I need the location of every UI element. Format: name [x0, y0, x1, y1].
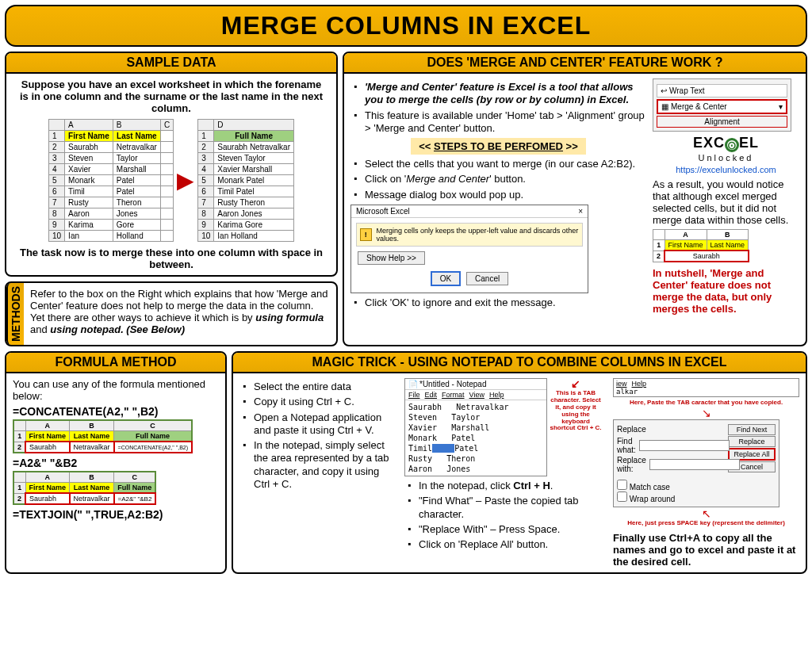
notepad-corner: iewHelp alkar: [613, 378, 799, 397]
arrow-icon: ↖: [613, 507, 799, 520]
brand-logo: EXC⊙EL Unlocked https://excelunlocked.co…: [653, 135, 799, 175]
wrap-checkbox[interactable]: [617, 491, 627, 502]
replace-dialog: Find Next Replace Replace All Cancel Rep…: [613, 419, 779, 507]
sample-data-panel: SAMPLE DATA Suppose you have an excel wo…: [5, 52, 338, 277]
notepad-window: 📄*Untitled - Notepad FileEditFormatViewH…: [404, 378, 547, 476]
menu-format[interactable]: Format: [442, 391, 465, 399]
steps-heading: << STEPS TO BE PERFOMED >>: [411, 138, 586, 155]
formula-header: FORMULA METHOD: [6, 353, 225, 373]
chevron-down-icon: ▾: [779, 102, 783, 111]
formula-2: =A2&" "&B2: [13, 457, 219, 469]
sample-header: SAMPLE DATA: [6, 53, 336, 74]
mc-bullet: 'Merge and Center' feature is Excel is a…: [354, 81, 646, 107]
dialog-message: Merging cells only keeps the upper-left …: [377, 227, 579, 243]
tab-annotation: ↙ This is a TAB character. Select it, an…: [549, 378, 603, 432]
show-help-button[interactable]: Show Help >>: [358, 251, 425, 265]
arrow-icon: ▶: [174, 167, 197, 193]
final-instruction: Finally use Ctrl+A to copy all the names…: [613, 532, 799, 568]
alignment-group-label: Alignment: [657, 116, 787, 128]
replace-button[interactable]: Replace: [728, 436, 776, 447]
page-title: MERGE COLUMNS IN EXCEL: [11, 11, 801, 40]
np-step: Click on 'Replace All' button.: [408, 538, 607, 551]
formula-intro: You can use any of the formula mentioned…: [13, 378, 219, 402]
merge-center-panel: DOES 'MERGE AND CENTER' FEATURE WORK ? '…: [343, 52, 807, 346]
find-next-button[interactable]: Find Next: [728, 424, 776, 435]
cancel-button[interactable]: Cancel: [466, 272, 508, 285]
notepad-icon: 📄: [408, 380, 418, 388]
np-step: In the notepad, click Ctrl + H.: [408, 480, 607, 492]
sample-intro: Suppose you have an excel worksheet in w…: [13, 78, 330, 119]
menu-view[interactable]: View: [469, 391, 485, 399]
mc-step: Select the cells that you want to merge …: [354, 158, 646, 170]
merge-icon: ▦: [661, 102, 668, 111]
notepad-header: MAGIC TRICK - USING NOTEPAD TO COMBINE C…: [233, 353, 806, 373]
close-icon[interactable]: ×: [578, 207, 583, 216]
mc-step: Click on 'Merge and Center' button.: [354, 173, 646, 185]
menu-help[interactable]: Help: [489, 391, 504, 399]
warning-icon: !: [360, 228, 372, 241]
np-step: Open a Notepad application and paste it …: [243, 411, 398, 438]
page-title-banner: MERGE COLUMNS IN EXCEL: [5, 5, 807, 47]
formula-panel: FORMULA METHOD You can use any of the fo…: [5, 351, 227, 574]
menu-file[interactable]: File: [408, 391, 420, 399]
space-annotation: Here, just press SPACE key (represent th…: [613, 520, 799, 527]
np-step: "Find What" – Paste the copied tab chara…: [408, 495, 607, 521]
find-what-input[interactable]: [639, 440, 730, 451]
sample-table-right: D1Full Name2Saurabh Netravalkar3Steven T…: [197, 119, 294, 242]
arrow-icon: ↘: [613, 407, 799, 419]
brand-url[interactable]: https://excelunlocked.com: [676, 165, 776, 174]
mc-step: Click 'OK' to ignore and exit the messag…: [354, 296, 646, 309]
mc-step: Message dialog box would pop up.: [354, 189, 646, 201]
sample-table-left: ABC1First NameLast Name2SaurabhNetravalk…: [48, 119, 174, 242]
formula-table-1: ABC 1First NameLast NameFull Name 2Saura…: [13, 419, 193, 453]
find-what-label: Find what:: [617, 437, 636, 454]
mc-header: DOES 'MERGE AND CENTER' FEATURE WORK ?: [344, 53, 806, 74]
formula-table-2: ABC 1First NameLast NameFull Name 2Saura…: [13, 471, 156, 505]
formula-1: =CONCATENATE(A2," ",B2): [13, 405, 219, 418]
formula-3: =TEXTJOIN(" ",TRUE,A2:B2): [13, 508, 219, 521]
paste-annotation: Here, Paste the TAB caracter that you ha…: [613, 400, 799, 407]
merge-center-button[interactable]: ▦Merge & Center▾: [657, 99, 787, 114]
replace-with-label: Replace with:: [617, 456, 646, 473]
menu-edit[interactable]: Edit: [425, 391, 438, 399]
replace-with-input[interactable]: [649, 459, 740, 470]
ribbon-mock: ↩Wrap Text ▦Merge & Center▾ Alignment: [653, 78, 791, 132]
match-case-checkbox[interactable]: [617, 480, 627, 490]
methods-label: METHODS: [6, 283, 24, 345]
excel-dialog: Microsoft Excel× !Merging cells only kee…: [350, 205, 588, 293]
np-step: In the notepad, simply select the area r…: [243, 439, 398, 491]
wrap-text-button[interactable]: ↩Wrap Text: [657, 84, 787, 98]
notepad-panel: MAGIC TRICK - USING NOTEPAD TO COMBINE C…: [232, 351, 807, 574]
np-step: Copy it using Ctrl + C.: [243, 396, 398, 408]
sample-task: The task now is to merge these into one …: [13, 242, 330, 270]
np-step: Select the entire data: [243, 381, 398, 393]
methods-panel: METHODS Refer to the box on the Right wh…: [5, 281, 338, 346]
dialog-title: Microsoft Excel: [356, 207, 410, 216]
merged-result-table: AB 1First NameLast Name 2Saurabh: [653, 229, 749, 262]
result-text: As a result, you would notice that altho…: [653, 178, 799, 226]
np-step: "Replace With" – Press Space.: [408, 523, 607, 536]
wrap-icon: ↩: [661, 86, 667, 95]
methods-text: Refer to the box on the Right which expl…: [30, 288, 330, 335]
ok-button[interactable]: OK: [431, 271, 461, 286]
conclusion: In nutshell, 'Merge and Center' feature …: [653, 267, 799, 315]
mc-bullet: This feature is available under 'Home' t…: [354, 109, 646, 136]
